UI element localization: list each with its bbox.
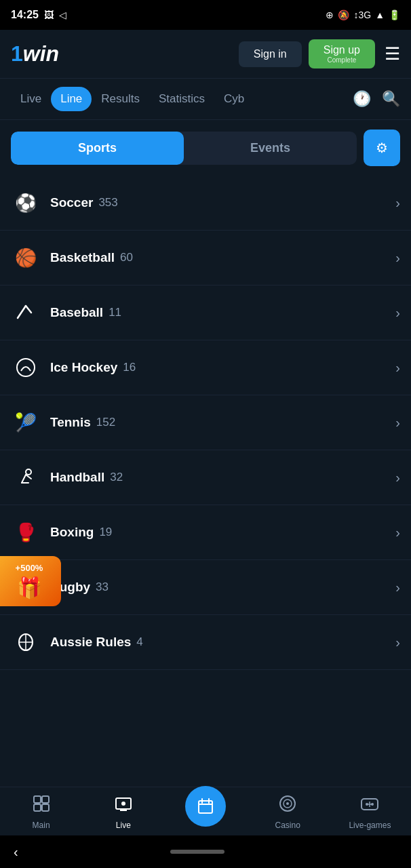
sport-name-tennis: Tennis: [50, 415, 91, 430]
chevron-baseball: ›: [395, 305, 400, 321]
live-icon: [114, 794, 133, 818]
sports-toggle[interactable]: Sports: [11, 132, 184, 165]
sport-item-soccer[interactable]: ⚽ Soccer 353 ›: [0, 176, 411, 231]
promo-gift-icon: 🎁: [17, 576, 42, 599]
promo-percent: +500%: [16, 563, 43, 573]
back-button[interactable]: ‹: [14, 844, 18, 860]
search-icon[interactable]: 🔍: [382, 90, 400, 108]
signal-icon: ▲: [375, 9, 385, 20]
sport-count-basketball: 60: [120, 251, 133, 264]
battery-icon: 🔋: [389, 9, 400, 20]
promo-badge[interactable]: +500% 🎁: [0, 556, 61, 606]
sport-name-baseball: Baseball: [50, 305, 103, 320]
status-time: 14:25: [11, 9, 39, 21]
sport-name-boxing: Boxing: [50, 525, 94, 540]
logo: 1win: [11, 41, 59, 66]
sport-count-soccer: 353: [98, 196, 117, 210]
casino-icon: [278, 794, 297, 818]
sport-count-aussierules: 4: [136, 635, 142, 649]
network-icon: ↕3G: [353, 9, 371, 20]
nav-tab-icons: 🕐 🔍: [353, 90, 400, 108]
chevron-handball: ›: [395, 470, 400, 486]
nav-main[interactable]: Main: [0, 794, 82, 830]
sport-name-soccer: Soccer: [50, 195, 93, 210]
chevron-aussierules: ›: [395, 635, 400, 650]
bets-center-button[interactable]: [185, 786, 226, 827]
svg-rect-8: [42, 796, 49, 803]
sport-item-handball[interactable]: Handball 32 ›: [0, 450, 411, 505]
tab-line[interactable]: Line: [51, 87, 92, 111]
tennis-icon: 🎾: [11, 408, 41, 437]
aussierules-icon: [11, 627, 41, 657]
svg-rect-7: [34, 796, 41, 803]
signin-button[interactable]: Sign in: [239, 41, 302, 67]
sport-item-boxing[interactable]: 🥊 Boxing 19 ›: [0, 505, 411, 560]
nav-live-label: Live: [116, 821, 131, 830]
sport-name-icehockey: Ice Hockey: [50, 360, 117, 375]
sport-item-icehockey[interactable]: Ice Hockey 16 ›: [0, 340, 411, 395]
sport-item-baseball[interactable]: Baseball 11 ›: [0, 285, 411, 340]
sport-count-icehockey: 16: [123, 361, 136, 374]
svg-rect-9: [34, 804, 41, 811]
sport-item-tennis[interactable]: 🎾 Tennis 152 ›: [0, 395, 411, 450]
bottom-nav: Main Live: [0, 787, 411, 835]
basketball-icon: 🏀: [11, 243, 41, 273]
signup-button[interactable]: Sign up Complete: [309, 39, 375, 68]
chevron-basketball: ›: [395, 250, 400, 266]
chevron-tennis: ›: [395, 415, 400, 431]
sync-icon: ⊕: [326, 9, 334, 20]
chevron-rugby: ›: [395, 580, 400, 595]
svg-point-14: [121, 802, 125, 806]
tab-results[interactable]: Results: [92, 87, 149, 111]
svg-point-3: [26, 469, 31, 475]
nav-main-label: Main: [33, 821, 50, 830]
tab-live[interactable]: Live: [11, 87, 51, 111]
nav-casino-label: Casino: [275, 821, 300, 830]
svg-rect-10: [42, 804, 49, 811]
chevron-icehockey: ›: [395, 360, 400, 376]
chevron-boxing: ›: [395, 525, 400, 540]
home-pill: [170, 850, 224, 854]
icehockey-icon: [11, 353, 41, 382]
nav-livegames-label: Live-games: [349, 821, 391, 830]
sport-count-boxing: 19: [99, 526, 112, 539]
toggle-bar: Sports Events ⚙: [0, 120, 411, 176]
svg-line-1: [26, 306, 31, 313]
nav-bets[interactable]: [164, 798, 246, 827]
sport-name-handball: Handball: [50, 470, 104, 485]
filter-button[interactable]: ⚙: [364, 130, 400, 166]
sport-item-rugby[interactable]: 🏉 Rugby 33 ›: [0, 560, 411, 615]
svg-line-0: [18, 306, 26, 318]
camera-icon: 🖼: [44, 9, 54, 20]
filter-icon: ⚙: [376, 140, 388, 156]
sport-count-handball: 32: [110, 471, 123, 484]
sports-list: ⚽ Soccer 353 › 🏀 Basketball 60 › Basebal…: [0, 176, 411, 751]
nav-casino[interactable]: Casino: [247, 794, 329, 830]
nav-live[interactable]: Live: [82, 794, 164, 830]
menu-icon[interactable]: ☰: [385, 43, 400, 64]
nav-tabs: Live Line Results Statistics Cyb 🕐 🔍: [0, 79, 411, 120]
chevron-soccer: ›: [395, 195, 400, 211]
status-bar: 14:25 🖼 ◁ ⊕ 🔕 ↕3G ▲ 🔋: [0, 0, 411, 30]
soccer-icon: ⚽: [11, 188, 41, 218]
sport-count-baseball: 11: [109, 306, 121, 319]
handball-icon: [11, 462, 41, 492]
sport-item-basketball[interactable]: 🏀 Basketball 60 ›: [0, 231, 411, 285]
sport-item-aussierules[interactable]: Aussie Rules 4 ›: [0, 615, 411, 670]
svg-point-21: [286, 802, 289, 805]
clock-icon[interactable]: 🕐: [353, 90, 371, 108]
nav-livegames[interactable]: Live-games: [329, 794, 411, 830]
sport-name-aussierules: Aussie Rules: [50, 635, 131, 650]
tab-cyber[interactable]: Cyb: [214, 87, 254, 111]
svg-rect-15: [199, 801, 212, 813]
baseball-icon: [11, 298, 41, 328]
bell-off-icon: 🔕: [338, 9, 349, 20]
events-toggle[interactable]: Events: [184, 132, 357, 165]
sport-count-tennis: 152: [96, 416, 115, 429]
sport-name-basketball: Basketball: [50, 250, 115, 265]
location-icon: ◁: [59, 9, 66, 20]
toggle-group: Sports Events: [11, 132, 357, 165]
livegames-icon: [360, 794, 379, 818]
tab-statistics[interactable]: Statistics: [149, 87, 214, 111]
header-actions: Sign in Sign up Complete ☰: [239, 39, 400, 68]
